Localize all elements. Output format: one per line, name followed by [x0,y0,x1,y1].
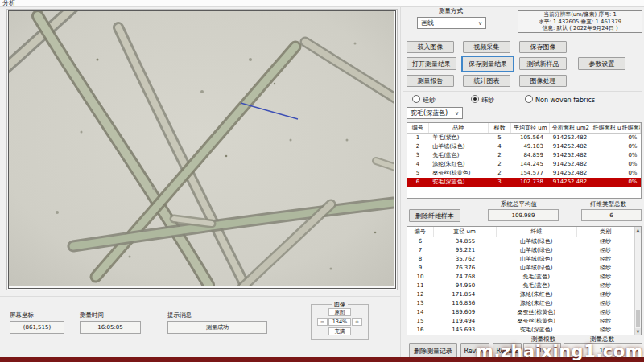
table-cell[interactable]: 兔毛(蓝色) [496,282,576,290]
table-cell[interactable]: 171.854 [433,290,496,299]
table-cell[interactable]: 7 [407,246,433,255]
radio-nonwoven[interactable]: Non woven fabrics [525,95,595,104]
table-cell[interactable]: 0% [621,178,640,187]
table-row[interactable]: 793.221山羊绒(绿色)经纱 [407,246,634,255]
load-image-button[interactable]: 装入图像 [407,41,454,53]
table-cell[interactable]: 6 [407,237,433,247]
scrollbar-thumb[interactable] [636,310,640,327]
microscope-image[interactable] [8,10,396,289]
table-cell[interactable]: 189.609 [433,308,496,317]
table-cell[interactable]: 5 [407,169,428,178]
table-cell[interactable]: 116.836 [433,299,496,308]
table-row[interactable]: 976.376山羊绒(绿色)经纱 [407,264,634,273]
table-cell[interactable]: 3 [407,151,428,160]
table-row[interactable]: 16145.693驼毛(深蓝色)经纱 [407,326,634,335]
table-cell[interactable]: 兔毛(蓝色) [496,273,576,282]
table-cell[interactable]: 驼毛(深蓝色) [496,326,576,335]
table-row[interactable]: 6驼毛(深蓝色)3102.738914252.4820% [407,178,641,187]
table-cell[interactable]: 经纱 [576,255,634,264]
table-cell[interactable]: 4 [489,142,511,151]
table-cell[interactable]: 35.762 [433,255,496,264]
table-cell[interactable]: 914252.482 [550,169,592,178]
table-cell[interactable]: 兔毛(蓝色) [428,151,488,160]
table-cell[interactable]: 经纱 [576,273,634,282]
table-cell[interactable]: 11 [407,282,433,290]
table-cell[interactable]: 76.376 [433,264,496,273]
table-row[interactable]: 634.855山羊绒(绿色)经纱 [407,237,634,247]
table-cell[interactable]: 涤纶(朱红色) [496,299,576,308]
table-cell[interactable]: 119.494 [433,317,496,326]
table-cell[interactable]: 154.577 [511,169,550,178]
table-cell[interactable]: 2 [407,142,428,151]
fiber-type-dropdown[interactable]: 驼毛(深蓝色) ∨ [407,107,463,119]
table-cell[interactable]: 74.768 [433,273,496,282]
table-cell[interactable]: 102.738 [511,178,550,187]
table-cell[interactable]: 49.103 [511,142,550,151]
table-cell[interactable]: 涤纶(朱红色) [496,290,576,299]
table-cell[interactable]: 0% [621,142,640,151]
table-cell[interactable]: 经纱 [576,282,634,290]
table-cell[interactable]: 12 [407,290,433,299]
table-cell[interactable] [592,178,621,187]
table-cell[interactable]: 4 [407,160,428,169]
table-cell[interactable]: 914252.482 [550,151,592,160]
table-cell[interactable]: 10 [407,273,433,282]
zoom-in-button[interactable]: + [352,318,362,326]
table-cell[interactable]: 1 [407,134,428,143]
table-cell[interactable]: 经纱 [576,237,634,247]
table-cell[interactable]: 34.855 [433,237,496,247]
detail-table-scrollbar[interactable]: ▲ ▼ [634,227,641,335]
table-cell[interactable]: 0% [621,134,640,143]
table-cell[interactable]: 经纱 [576,264,634,273]
save-image-button[interactable]: 保存图像 [519,41,567,53]
table-cell[interactable]: 山羊绒(绿色) [496,246,576,255]
table-cell[interactable]: 经纱 [576,290,634,299]
table-cell[interactable]: 914252.482 [550,160,592,169]
table-cell[interactable] [592,160,621,169]
table-cell[interactable]: 2 [489,160,511,169]
table-cell[interactable]: 914252.482 [550,134,592,143]
fit-screen-button[interactable]: 充满 [328,327,351,335]
table-cell[interactable]: 914252.482 [550,178,592,187]
table-cell[interactable]: 84.859 [511,151,550,160]
table-cell[interactable]: 6 [407,178,428,187]
table-cell[interactable]: 171.524 [433,335,496,335]
table-cell[interactable]: 13 [407,299,433,308]
table-cell[interactable]: 桑蚕丝(棕黄色) [496,317,576,326]
table-row[interactable]: 12171.854涤纶(朱红色)经纱 [407,290,634,299]
table-row[interactable]: 1羊毛(紫色)5105.564914252.4820% [407,134,641,143]
table-cell[interactable]: 山羊绒(绿色) [496,237,576,247]
table-cell[interactable]: 经纱 [576,299,634,308]
table-cell[interactable]: 3 [489,178,511,187]
table-row[interactable]: 2山羊绒(绿色)449.103914252.4820% [407,142,641,151]
table-row[interactable]: 15119.494桑蚕丝(棕黄色)经纱 [407,317,634,326]
table-cell[interactable] [592,142,621,151]
table-cell[interactable] [592,151,621,160]
param-settings-button[interactable]: 参数设置 [578,57,625,70]
table-cell[interactable]: 5 [489,134,511,143]
table-cell[interactable]: 经纱 [576,317,634,326]
measure-report-button[interactable]: 测量报告 [407,75,454,87]
table-cell[interactable]: 93.221 [433,246,496,255]
table-cell[interactable]: 桑蚕丝(棕黄色) [496,308,576,317]
table-cell[interactable]: 经纱 [576,246,634,255]
table-cell[interactable] [592,169,621,178]
table-cell[interactable]: 8 [407,255,433,264]
table-cell[interactable]: 经纱 [576,308,634,317]
table-cell[interactable]: 桑蚕丝(棕黄色) [428,169,488,178]
image-process-button[interactable]: 图像处理 [519,75,567,87]
table-row[interactable]: 5桑蚕丝(棕黄色)2154.577914252.4820% [407,169,641,178]
delete-fiber-sample-button[interactable]: 删除纤维样本 [409,209,460,222]
radio-weft[interactable]: 纬纱 [471,95,494,105]
zoom-out-button[interactable]: − [317,318,328,326]
scroll-up-icon[interactable]: ▲ [635,227,641,233]
table-cell[interactable]: 涤纶(朱红色) [428,160,488,169]
radio-warp[interactable]: 经纱 [412,95,436,105]
table-row[interactable]: 1194.950兔毛(蓝色)经纱 [407,282,634,290]
table-cell[interactable]: 144.245 [511,160,550,169]
table-row[interactable]: 4涤纶(朱红色)2144.245914252.4820% [407,160,641,169]
table-row[interactable]: 14189.609桑蚕丝(棕黄色)经纱 [407,308,634,317]
measure-method-dropdown[interactable]: 画线 ∨ [417,17,486,29]
table-cell[interactable]: 16 [407,326,433,335]
table-cell[interactable]: 山羊绒(绿色) [496,264,576,273]
